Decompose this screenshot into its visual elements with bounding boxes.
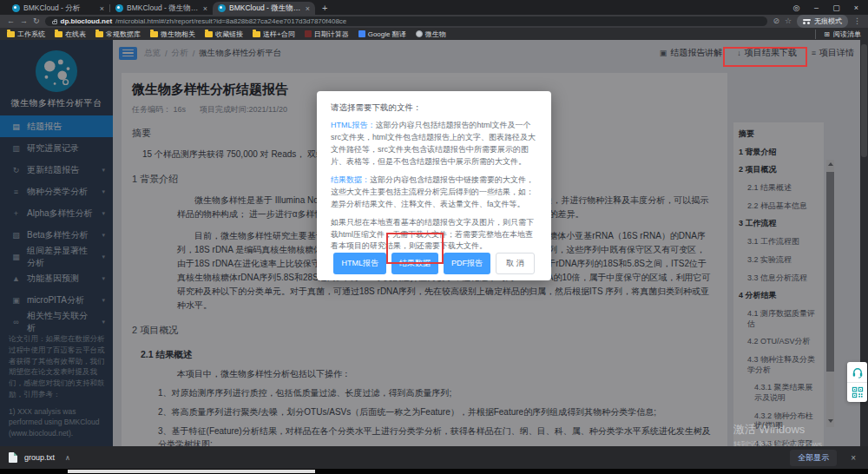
download-shelf: group.txt ∧ 全部显示 × xyxy=(0,446,868,469)
bookmark-item[interactable]: 送样+合同 xyxy=(253,30,295,39)
customer-service-button[interactable] xyxy=(847,362,867,382)
reading-list-icon: ⊞ xyxy=(824,30,830,38)
floating-widget xyxy=(847,362,867,402)
taskbar-strip xyxy=(0,469,868,474)
bookmark-item[interactable]: 日期计算器 xyxy=(305,30,349,39)
url-bar: ← → ↻ dp.biocloud.net/microbial.html#/zh… xyxy=(0,15,868,28)
globe-icon xyxy=(416,30,423,37)
back-icon[interactable]: ← xyxy=(7,17,15,25)
browser-window: BMKCloud - 分析 × BMKCloud - 微生物多样性分析 × BM… xyxy=(0,0,868,474)
qr-code-button[interactable] xyxy=(847,382,867,402)
settings-dot-icon[interactable]: ◎ xyxy=(786,3,806,12)
translate-site-icon xyxy=(358,30,365,37)
incognito-badge: 无痕模式 xyxy=(797,15,848,28)
url-domain: dp.biocloud.net xyxy=(61,17,113,25)
pdf-report-button[interactable]: PDF报告 xyxy=(444,253,490,274)
folder-icon xyxy=(55,31,62,37)
dialog-title: 请选择需要下载的文件： xyxy=(331,102,537,114)
tab-close-icon[interactable]: × xyxy=(203,4,207,13)
tab-title: BMKCloud - 微生物多样性分析 xyxy=(127,3,200,14)
forward-icon[interactable]: → xyxy=(20,17,28,25)
bookmark-star-icon[interactable]: ☆ xyxy=(785,17,792,25)
html-report-button[interactable]: HTML报告 xyxy=(333,253,386,274)
folder-icon xyxy=(205,31,213,37)
bookmark-item[interactable]: 在线表 xyxy=(55,30,86,39)
browser-tab-3-active[interactable]: BMKCloud - 微生物多样性分析 × xyxy=(213,2,315,15)
incognito-label: 无痕模式 xyxy=(814,16,842,26)
bmk-favicon xyxy=(115,4,123,12)
folder-icon xyxy=(95,31,103,37)
maximize-button[interactable]: ▢ xyxy=(826,3,846,12)
new-tab-button[interactable]: + xyxy=(322,3,327,13)
folder-icon xyxy=(7,31,15,37)
bookmark-item[interactable]: 工作系统 xyxy=(7,30,45,39)
bmk-favicon xyxy=(12,4,20,12)
result-data-description: 结果数据：这部分内容包含结题报告中链接需要的大文件，这些大文件主要包括主流程分析… xyxy=(331,174,537,211)
bookmark-item[interactable]: Google 翻译 xyxy=(358,30,406,39)
tab-strip: BMKCloud - 分析 × BMKCloud - 微生物多样性分析 × BM… xyxy=(0,0,868,15)
taskbar-segment xyxy=(68,470,315,473)
minimize-button[interactable]: – xyxy=(806,3,826,12)
folder-icon xyxy=(150,31,158,37)
bookmark-item[interactable]: 常规数据库 xyxy=(95,30,141,39)
html-report-description: HTML报告：这部分内容只包括结题报告的html文件及一个src文件夹，html… xyxy=(331,120,537,168)
bookmarks-bar: 工作系统 在线表 常规数据库 微生物相关 收藏链接 送样+合同 日期计算器 Go… xyxy=(0,28,868,40)
address-input[interactable]: dp.biocloud.net/microbial.html#/zh/repor… xyxy=(45,16,768,26)
bookmark-item[interactable]: 微生物相关 xyxy=(150,30,195,39)
qr-code-icon xyxy=(852,386,864,398)
annotation-box-result-data xyxy=(386,233,444,264)
bookmark-item[interactable]: 收藏链接 xyxy=(205,30,243,39)
result-data-label: 结果数据： xyxy=(331,175,370,184)
show-all-downloads-button[interactable]: 全部显示 xyxy=(790,450,837,466)
html-report-label: HTML报告： xyxy=(331,121,376,129)
reading-list-button[interactable]: ⊞ 阅读清单 xyxy=(815,30,861,39)
tab-close-icon[interactable]: × xyxy=(100,4,104,13)
close-shelf-icon[interactable]: × xyxy=(851,453,856,463)
bookmark-item[interactable]: 微生物 xyxy=(416,30,446,39)
blocked-eye-icon[interactable]: ⊘ xyxy=(773,17,779,25)
window-controls: ◎ – ▢ × xyxy=(786,0,866,15)
annotation-box-download xyxy=(723,47,807,67)
headset-icon xyxy=(852,366,864,379)
url-path: /microbial.html#/zh/report/result?id=8a8… xyxy=(115,17,346,25)
reload-icon[interactable]: ↻ xyxy=(33,17,40,25)
bmk-favicon xyxy=(218,4,226,12)
cancel-button[interactable]: 取 消 xyxy=(496,253,535,274)
browser-menu-icon[interactable]: ⋮ xyxy=(853,17,861,25)
browser-tab-2[interactable]: BMKCloud - 微生物多样性分析 × xyxy=(110,2,213,15)
tab-close-icon[interactable]: × xyxy=(306,4,310,13)
incognito-icon xyxy=(803,19,811,24)
downloaded-file-button[interactable]: group.txt xyxy=(24,453,55,462)
tab-title: BMKCloud - 分析 xyxy=(23,3,96,14)
tab-title: BMKCloud - 微生物多样性分析 xyxy=(229,3,302,14)
lock-icon xyxy=(52,21,57,24)
file-icon xyxy=(9,452,17,463)
folder-icon xyxy=(253,31,260,37)
close-button[interactable]: × xyxy=(846,3,866,12)
caret-up-icon[interactable]: ∧ xyxy=(65,454,70,462)
calculator-site-icon xyxy=(305,30,312,37)
browser-tab-1[interactable]: BMKCloud - 分析 × xyxy=(7,2,109,15)
